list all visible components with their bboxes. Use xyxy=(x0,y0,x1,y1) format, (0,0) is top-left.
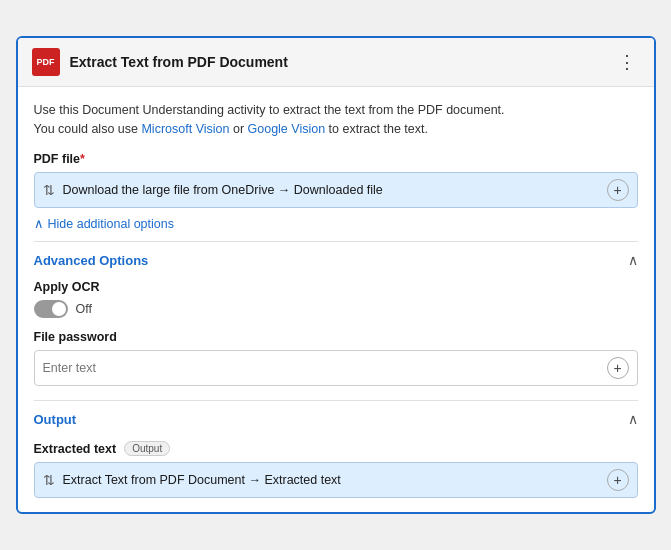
description-or: or xyxy=(229,122,247,136)
output-badge: Output xyxy=(124,441,170,456)
advanced-options-chevron: ∧ xyxy=(628,252,638,268)
advanced-options-content: Apply OCR Off File password + xyxy=(34,274,638,390)
hide-options-toggle[interactable]: ∧ Hide additional options xyxy=(34,216,174,231)
microsoft-vision-link[interactable]: Microsoft Vision xyxy=(141,122,229,136)
extracted-text-label: Extracted text xyxy=(34,442,117,456)
pdf-file-value: Download the large file from OneDrive → … xyxy=(63,183,599,197)
description: Use this Document Understanding activity… xyxy=(34,101,638,139)
pdf-file-add-button[interactable]: + xyxy=(607,179,629,201)
header-left: PDF Extract Text from PDF Document xyxy=(32,48,288,76)
advanced-options-title: Advanced Options xyxy=(34,253,149,268)
apply-ocr-label: Apply OCR xyxy=(34,280,638,294)
required-marker: * xyxy=(80,152,85,166)
google-vision-link[interactable]: Google Vision xyxy=(248,122,326,136)
output-chevron: ∧ xyxy=(628,411,638,427)
file-password-input-row[interactable]: + xyxy=(34,350,638,386)
description-line2-prefix: You could also use xyxy=(34,122,142,136)
ocr-toggle-switch[interactable] xyxy=(34,300,68,318)
output-section: Output ∧ Extracted text Output ⇅ Extract… xyxy=(34,400,638,498)
description-suffix: to extract the text. xyxy=(325,122,428,136)
file-password-input[interactable] xyxy=(43,361,599,375)
output-input-row[interactable]: ⇅ Extract Text from PDF Document → Extra… xyxy=(34,462,638,498)
extracted-text-header: Extracted text Output xyxy=(34,441,638,456)
chevron-up-icon: ∧ xyxy=(34,216,44,231)
advanced-options-header[interactable]: Advanced Options ∧ xyxy=(34,241,638,274)
ocr-toggle-container: Off xyxy=(34,300,638,318)
activity-card: PDF Extract Text from PDF Document ⋮ Use… xyxy=(16,36,656,515)
pdf-file-label-text: PDF file xyxy=(34,152,81,166)
card-header: PDF Extract Text from PDF Document ⋮ xyxy=(18,38,654,87)
output-swap-icon: ⇅ xyxy=(43,472,55,488)
pdf-file-label: PDF file* xyxy=(34,152,638,166)
swap-icon: ⇅ xyxy=(43,182,55,198)
more-options-button[interactable]: ⋮ xyxy=(614,53,640,71)
output-add-button[interactable]: + xyxy=(607,469,629,491)
file-password-add-button[interactable]: + xyxy=(607,357,629,379)
pdf-file-input-row[interactable]: ⇅ Download the large file from OneDrive … xyxy=(34,172,638,208)
pdf-icon: PDF xyxy=(32,48,60,76)
output-section-header[interactable]: Output ∧ xyxy=(34,400,638,433)
pdf-icon-label: PDF xyxy=(37,57,55,67)
card-body: Use this Document Understanding activity… xyxy=(18,87,654,513)
output-section-title: Output xyxy=(34,412,77,427)
hide-options-label: Hide additional options xyxy=(48,217,174,231)
card-title: Extract Text from PDF Document xyxy=(70,54,288,70)
output-value: Extract Text from PDF Document → Extract… xyxy=(63,473,599,487)
toggle-off-label: Off xyxy=(76,302,92,316)
description-line1: Use this Document Understanding activity… xyxy=(34,103,505,117)
toggle-knob xyxy=(52,302,66,316)
file-password-label: File password xyxy=(34,330,638,344)
